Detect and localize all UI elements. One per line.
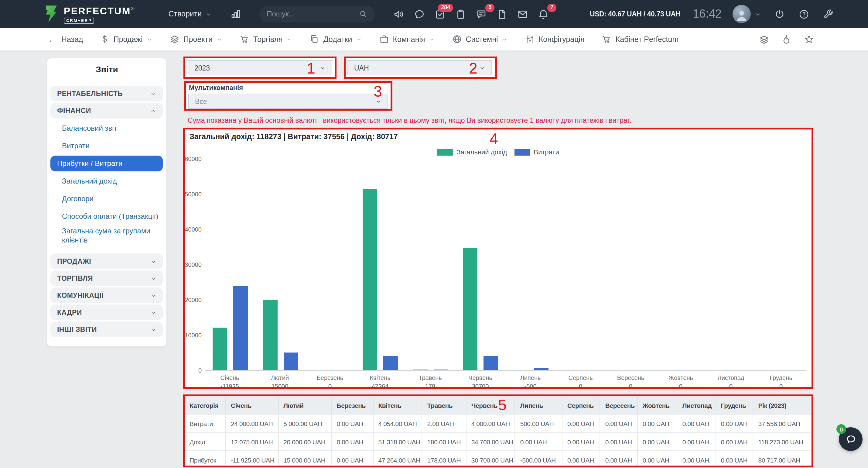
chevron-down-icon bbox=[356, 36, 362, 42]
comments-icon[interactable]: 5 bbox=[475, 8, 487, 20]
chat-fab-badge: 0 bbox=[836, 424, 846, 434]
chevron-down-icon bbox=[375, 98, 381, 104]
nav-item-company[interactable]: Компанія bbox=[379, 34, 435, 45]
bar-group-10 bbox=[656, 159, 706, 370]
tasks-icon[interactable]: 284 bbox=[434, 8, 446, 20]
sidebar-item-expenses[interactable]: Витрати bbox=[48, 137, 166, 155]
help-icon[interactable] bbox=[798, 8, 810, 20]
sidebar-section-sales[interactable]: ПРОДАЖІ bbox=[51, 254, 163, 269]
brand-logo[interactable]: PERFECTUM® CRM+ERP bbox=[44, 5, 134, 24]
currency-select[interactable]: UAH bbox=[347, 60, 492, 76]
table-cell: 0.00 UAH bbox=[331, 433, 373, 451]
flame-icon[interactable] bbox=[781, 34, 792, 45]
chevron-up-icon bbox=[150, 107, 157, 114]
comments-badge: 5 bbox=[485, 3, 494, 12]
mail-icon[interactable] bbox=[517, 8, 528, 20]
sliders-icon bbox=[525, 34, 535, 45]
year-select[interactable]: 2023 bbox=[188, 60, 332, 76]
nav-item-addons[interactable]: Додатки bbox=[309, 34, 362, 45]
sidebar-section-hr[interactable]: КАДРИ bbox=[51, 304, 163, 320]
chat-icon[interactable] bbox=[414, 8, 425, 20]
month-profit-value: 0 bbox=[556, 383, 606, 389]
multicompany-select[interactable]: Все bbox=[188, 94, 388, 109]
nav-item-label: Торгівля bbox=[253, 35, 283, 43]
nav-item-system[interactable]: Системні bbox=[452, 34, 508, 45]
volume-icon[interactable] bbox=[393, 8, 405, 20]
stack-icon[interactable] bbox=[759, 34, 770, 45]
sidebar-item-profit-expenses[interactable]: Прибутки / Витрати bbox=[51, 155, 163, 171]
nav-item-projects[interactable]: Проекти bbox=[169, 34, 222, 45]
y-axis-tick: 30000 bbox=[185, 262, 202, 268]
legend-item-expenses[interactable]: Витрати bbox=[514, 148, 559, 155]
sidebar-section-trade[interactable]: ТОРГІВЛЯ bbox=[51, 270, 163, 286]
nav-item-perfectum-cabinet[interactable]: Кабінет Perfectum bbox=[602, 34, 679, 45]
chart-x-axis: Січень-11925Лютий15000Березень0Квітень47… bbox=[205, 374, 806, 389]
sidebar-item-label: Витрати bbox=[62, 142, 90, 151]
table-cell: 0.00 UAH bbox=[716, 414, 753, 433]
stats-bars-icon[interactable] bbox=[230, 8, 241, 20]
nav-item-sales[interactable]: Продажі bbox=[100, 34, 152, 45]
sidebar-item-label: Прибутки / Витрати bbox=[57, 159, 122, 168]
table-cell: 180.00 UAH bbox=[422, 433, 466, 451]
x-axis-label-12: Грудень0 bbox=[756, 374, 806, 389]
chat-fab-button[interactable]: 0 bbox=[839, 427, 863, 451]
sidebar-item-client-groups-total[interactable]: Загальна сума за групами клієнтів bbox=[48, 226, 166, 246]
search-box[interactable] bbox=[259, 6, 375, 22]
nav-item-trade[interactable]: Торгівля bbox=[239, 34, 292, 45]
chevron-down-icon bbox=[502, 36, 508, 42]
cart-icon bbox=[602, 34, 612, 45]
table-header-cell: Рік (2023) bbox=[753, 397, 811, 414]
sidebar-item-balance-report[interactable]: Балансовий звіт bbox=[48, 120, 166, 137]
sidebar-section-other-reports[interactable]: ІНШІ ЗВІТИ bbox=[51, 322, 163, 337]
search-input[interactable] bbox=[267, 10, 359, 18]
sidebar-section-communications[interactable]: КОМУНІКАЦІЇ bbox=[51, 288, 163, 303]
nav-item-configuration[interactable]: Конфігурація bbox=[525, 34, 585, 45]
bar-expenses-4 bbox=[383, 356, 398, 370]
back-button[interactable]: ← Назад bbox=[48, 35, 83, 44]
bar-income-1 bbox=[213, 328, 227, 370]
power-icon[interactable] bbox=[774, 8, 785, 20]
sidebar-section-rentability[interactable]: РЕНТАБЕЛЬНІСТЬ bbox=[51, 86, 163, 101]
table-header-cell: Січень bbox=[226, 397, 278, 414]
wrench-icon[interactable] bbox=[823, 8, 834, 20]
table-cell: 0.00 UAH bbox=[677, 433, 716, 451]
chevron-down-icon[interactable] bbox=[754, 11, 761, 17]
table-cell: 0.00 UAH bbox=[677, 414, 716, 433]
sidebar-item-payment-methods[interactable]: Способи оплати (Транзакції) bbox=[48, 208, 166, 226]
legend-label: Витрати bbox=[534, 148, 559, 155]
x-axis-label-8: Серпень0 bbox=[556, 374, 606, 389]
create-button[interactable]: Створити bbox=[168, 10, 212, 18]
chart-legend: Загальний дохідВитрати bbox=[185, 148, 811, 155]
bell-icon[interactable]: 7 bbox=[537, 8, 549, 20]
file-icon[interactable] bbox=[496, 8, 508, 20]
search-icon[interactable] bbox=[359, 10, 368, 18]
month-label: Грудень bbox=[770, 374, 792, 381]
month-profit-value: 30700 bbox=[455, 383, 505, 389]
monthly-table: КатегоріяСіченьЛютийБерезеньКвітеньТраве… bbox=[185, 397, 811, 467]
sidebar-section-finance[interactable]: ФІНАНСИ bbox=[51, 103, 163, 119]
month-profit-value: 178 bbox=[405, 383, 455, 389]
star-icon[interactable] bbox=[804, 34, 814, 45]
sidebar-item-contracts[interactable]: Договори bbox=[48, 190, 166, 208]
notifications-badge: 7 bbox=[547, 3, 556, 12]
dollar-icon bbox=[100, 34, 110, 45]
copy-icon bbox=[309, 34, 320, 45]
table-cell: 0.00 UAH bbox=[638, 414, 677, 433]
sidebar-item-total-income[interactable]: Загальний дохід bbox=[48, 173, 166, 190]
month-label: Жовтень bbox=[669, 374, 693, 381]
x-axis-label-2: Лютий15000 bbox=[255, 374, 305, 389]
month-label: Серпень bbox=[568, 374, 592, 381]
table-cell: -11 925.00 UAH bbox=[226, 451, 278, 467]
multicompany-select-value: Все bbox=[195, 97, 207, 105]
table-cell: -500.00 UAH bbox=[515, 451, 562, 467]
table-cell: 4 054.00 UAH bbox=[373, 414, 422, 433]
clipboard-icon[interactable] bbox=[455, 8, 466, 20]
table-cell: 0.00 UAH bbox=[562, 414, 600, 433]
back-arrow-icon: ← bbox=[48, 35, 57, 44]
avatar[interactable] bbox=[733, 5, 751, 23]
legend-item-income[interactable]: Загальний дохід bbox=[437, 148, 507, 155]
y-axis-tick: 50000 bbox=[185, 192, 202, 198]
table-cell: Витрати bbox=[185, 414, 226, 433]
table-cell: 0.00 UAH bbox=[716, 451, 753, 467]
table-cell: 51 318.00 UAH bbox=[373, 433, 422, 451]
